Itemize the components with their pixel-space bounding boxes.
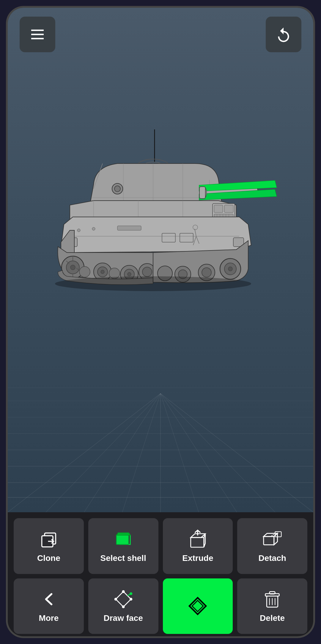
svg-line-16 xyxy=(160,394,313,512)
svg-point-61 xyxy=(70,265,75,270)
svg-point-80 xyxy=(202,268,211,277)
detach-button[interactable]: Detach xyxy=(237,518,307,574)
toolbar: Clone Select shell xyxy=(8,512,313,638)
undo-button[interactable] xyxy=(266,17,301,52)
diamond-icon xyxy=(187,596,208,616)
svg-rect-37 xyxy=(224,205,233,212)
svg-point-48 xyxy=(92,227,95,230)
svg-point-84 xyxy=(55,276,251,291)
svg-point-73 xyxy=(142,267,152,277)
svg-rect-17 xyxy=(31,30,44,31)
svg-point-105 xyxy=(114,598,117,601)
more-icon xyxy=(38,589,59,610)
grid-floor xyxy=(8,304,313,512)
svg-point-104 xyxy=(122,605,125,608)
svg-point-32 xyxy=(114,186,120,192)
svg-marker-98 xyxy=(274,533,278,545)
undo-icon xyxy=(275,26,292,43)
active-tool-button[interactable] xyxy=(163,578,233,634)
menu-button[interactable] xyxy=(20,17,55,52)
menu-icon xyxy=(29,26,46,43)
more-button[interactable]: More xyxy=(14,578,84,634)
extrude-label: Extrude xyxy=(182,553,213,563)
clone-label: Clone xyxy=(37,553,60,563)
svg-point-74 xyxy=(79,267,90,277)
svg-line-9 xyxy=(46,394,161,512)
svg-rect-19 xyxy=(31,38,44,39)
svg-line-15 xyxy=(160,394,275,512)
select-shell-label: Select shell xyxy=(100,553,146,563)
phone-frame: Clone Select shell xyxy=(6,6,315,638)
clone-button[interactable]: Clone xyxy=(14,518,84,574)
top-bar xyxy=(8,17,313,52)
svg-rect-18 xyxy=(31,34,44,35)
extrude-icon xyxy=(187,529,208,550)
draw-face-icon xyxy=(113,589,134,610)
svg-line-10 xyxy=(84,394,160,512)
detach-label: Detach xyxy=(258,553,286,563)
select-shell-button[interactable]: Select shell xyxy=(88,518,158,574)
delete-button[interactable]: Delete xyxy=(237,578,307,634)
svg-point-78 xyxy=(228,267,232,271)
draw-face-label: Draw face xyxy=(103,613,143,623)
detach-icon xyxy=(262,529,283,550)
clone-icon xyxy=(38,529,59,550)
svg-rect-92 xyxy=(191,537,204,547)
draw-face-button[interactable]: Draw face xyxy=(88,578,158,634)
svg-point-68 xyxy=(101,270,104,274)
svg-rect-89 xyxy=(116,535,128,545)
svg-line-13 xyxy=(160,394,199,512)
select-shell-icon xyxy=(113,529,134,550)
svg-rect-52 xyxy=(117,226,141,230)
svg-marker-90 xyxy=(116,533,130,535)
svg-point-47 xyxy=(77,229,80,232)
svg-point-71 xyxy=(128,272,131,276)
tank-svg xyxy=(34,112,287,319)
svg-marker-101 xyxy=(116,592,131,607)
svg-line-8 xyxy=(8,394,160,512)
svg-rect-96 xyxy=(264,537,274,545)
more-label: More xyxy=(39,613,59,623)
viewport[interactable] xyxy=(8,8,313,512)
svg-rect-34 xyxy=(199,187,205,199)
delete-label: Delete xyxy=(260,613,285,623)
svg-line-14 xyxy=(160,394,237,512)
tank-model xyxy=(34,112,287,319)
svg-rect-36 xyxy=(214,205,223,212)
svg-point-102 xyxy=(122,590,125,593)
svg-point-103 xyxy=(130,598,132,601)
delete-icon xyxy=(262,589,283,610)
extrude-button[interactable]: Extrude xyxy=(163,518,233,574)
svg-marker-94 xyxy=(204,534,205,547)
svg-line-11 xyxy=(122,394,161,512)
svg-point-107 xyxy=(130,592,132,595)
svg-rect-111 xyxy=(270,592,275,594)
